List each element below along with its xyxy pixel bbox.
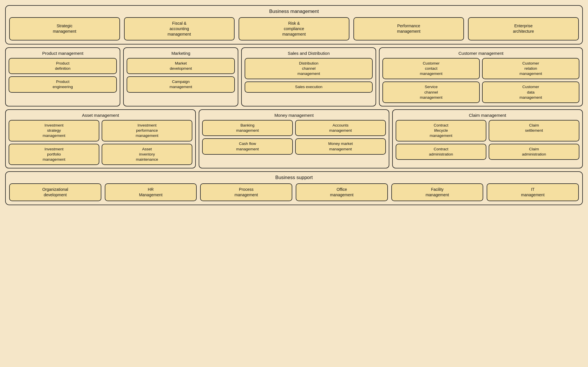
bm-item-1: Fiscal & accounting management [124,17,235,40]
bs-item-1: HR Management [105,183,197,201]
bm-item-4: Enterprise architecture [468,17,579,40]
asset-items: Investment strategy management Investmen… [9,120,192,165]
claim-item-3: Claim administration [489,144,579,160]
asset-item-1: Investment performance management [102,120,192,141]
claim-item-2: Contract administration [396,144,486,160]
row2: Product management Product definition Pr… [5,47,583,106]
marketing-title: Marketing [127,51,235,56]
marketing-item-1: Campaign management [127,76,235,92]
bs-item-2: Process management [200,183,292,201]
asset-item-2: Investment portfolio management [9,144,99,165]
customer-item-3: Customer data management [482,81,579,103]
claim-items: Contract lifecycle management Claim sett… [396,120,579,160]
business-management-title: Business management [9,9,579,14]
money-title: Money management [202,113,386,118]
asset-item-3: Asset inventory maintenance [102,144,192,165]
bm-item-0: Strategic management [9,17,120,40]
product-management-title: Product management [9,51,117,56]
business-support-section: Business support Organizational developm… [5,171,583,205]
sales-section: Sales and Distribution Distribution chan… [241,47,376,106]
asset-section: Asset management Investment strategy man… [5,109,196,168]
product-item-0: Product definition [9,58,117,74]
business-management-section: Business management Strategic management… [5,5,583,44]
sales-item-0: Distribution channel management [245,58,373,79]
marketing-items: Market development Campaign management [127,58,235,93]
money-item-3: Money market management [295,138,386,154]
customer-section: Customer management Customer contact man… [379,47,583,106]
business-management-items: Strategic management Fiscal & accounting… [9,17,579,40]
bs-item-4: Facility management [391,183,483,201]
money-item-2: Cash flow management [202,138,293,154]
asset-item-0: Investment strategy management [9,120,99,141]
claim-section: Claim management Contract lifecycle mana… [392,109,583,168]
claim-item-0: Contract lifecycle management [396,120,486,141]
money-section: Money management Banking management Acco… [199,109,389,168]
product-management-items: Product definition Product engineering [9,58,117,93]
money-items: Banking management Accounts management C… [202,120,386,155]
row3: Asset management Investment strategy man… [5,109,583,168]
money-item-0: Banking management [202,120,293,136]
customer-item-0: Customer contact management [382,58,480,79]
marketing-section: Marketing Market development Campaign ma… [123,47,238,106]
bs-item-3: Office management [296,183,388,201]
claim-item-1: Claim settlement [489,120,579,141]
sales-item-1: Sales execution [245,81,373,92]
product-management-section: Product management Product definition Pr… [5,47,120,106]
customer-title: Customer management [382,51,579,56]
business-support-items: Organizational development HR Management… [9,183,579,201]
bm-item-3: Performance management [353,17,464,40]
business-support-title: Business support [9,175,579,180]
product-item-1: Product engineering [9,76,117,92]
money-item-1: Accounts management [295,120,386,136]
sales-title: Sales and Distribution [245,51,373,56]
customer-item-1: Customer relation management [482,58,579,79]
customer-item-2: Service channel management [382,81,480,103]
marketing-item-0: Market development [127,58,235,74]
bs-item-0: Organizational development [9,183,101,201]
asset-title: Asset management [9,113,192,118]
sales-items: Distribution channel management Sales ex… [245,58,373,93]
bs-item-5: IT management [487,183,579,201]
bm-item-2: Risk & compliance management [239,17,349,40]
customer-items: Customer contact management Customer rel… [382,58,579,103]
claim-title: Claim management [396,113,579,118]
